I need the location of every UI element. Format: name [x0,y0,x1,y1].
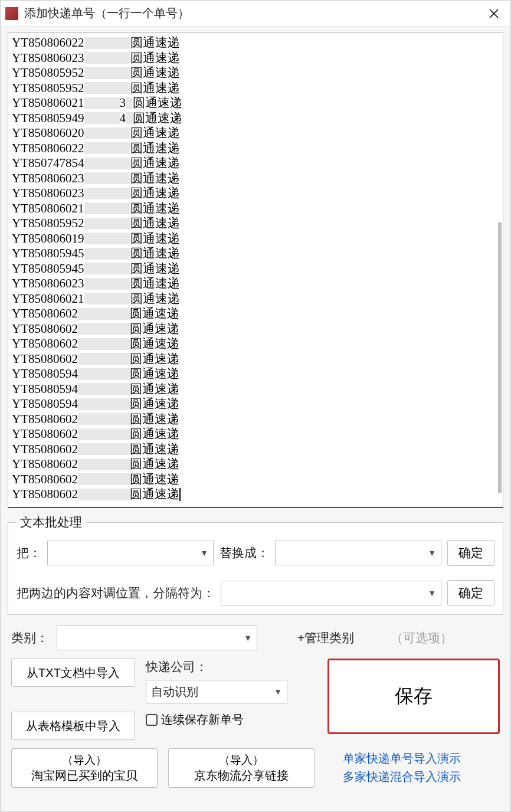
tracking-prefix: YT850805952 [12,81,84,96]
carrier-name: 圆通速递 [130,366,179,382]
tracking-row: YT850806022圆通速递 [12,141,499,156]
import-taobao-top: （导入） [62,752,107,768]
carrier-name: 圆通速递 [130,186,180,201]
tracking-row: YT85080602圆通速递 [12,352,499,367]
tracking-prefix: YT85080602 [12,487,78,502]
carrier-name: 圆通速递 [130,216,180,231]
carrier-name: 圆通速递 [130,442,179,457]
continuous-save-row: 连续保存新单号 [146,712,317,728]
redacted-segment [78,368,130,380]
text-caret [179,488,181,501]
import-template-button[interactable]: 从表格模板中导入 [11,712,135,740]
tracking-row: YT85080602圆通速递 [12,427,499,442]
courier-selected: 自动识别 [151,684,274,700]
replace-from-combo[interactable]: ▼ [47,541,214,565]
carrier-name: 圆通速递 [130,306,179,322]
tracking-row: YT85080594圆通速递 [12,397,499,412]
carrier-name: 圆通速递 [130,397,179,412]
redacted-segment [84,52,130,64]
import-taobao-bottom: 淘宝网已买到的宝贝 [31,768,137,784]
save-button[interactable]: 保存 [327,659,500,734]
tracking-row: YT85080602圆通速递 [12,336,499,352]
redacted-segment [78,338,130,350]
carrier-name: 圆通速递 [130,412,179,427]
carrier-name: 圆通速递 [130,427,179,442]
tracking-row: YT850747854圆通速递 [12,156,499,171]
redacted-segment [84,278,130,290]
tracking-textarea[interactable]: YT850806022圆通速递YT850806023圆通速递YT85080595… [8,32,503,508]
tracking-tail-digit: 4 [120,111,126,126]
tracking-row: YT850806023圆通速递 [12,171,499,186]
redacted-segment [78,459,130,470]
carrier-name: 圆通速递 [130,126,180,141]
tracking-row: YT850806023圆通速递 [12,276,499,292]
replace-from-label: 把： [17,545,41,561]
import-jd-top: （导入） [219,752,264,768]
redacted-segment [84,37,130,49]
redacted-segment [78,428,130,440]
tracking-prefix: YT850806023 [12,186,84,201]
swap-confirm-button[interactable]: 确定 [447,580,494,606]
carrier-name: 圆通速递 [130,276,180,292]
redacted-segment [84,248,130,260]
tracking-tail-digit: 3 [120,96,126,111]
redacted-segment [78,383,130,395]
import-txt-button[interactable]: 从TXT文档中导入 [11,659,135,687]
scrollbar[interactable] [498,222,502,493]
swap-delimiter-combo[interactable]: ▼ [221,581,441,605]
replace-confirm-button[interactable]: 确定 [447,540,494,566]
tracking-prefix: YT850805945 [12,261,84,277]
tracking-prefix: YT85080594 [12,366,78,382]
dialog-window: 添加快递单号（一行一个单号） YT850806022圆通速递YT85080602… [0,0,511,812]
redacted-segment [84,202,130,214]
courier-combo[interactable]: 自动识别 ▼ [146,680,287,703]
carrier-name: 圆通速递 [130,322,179,337]
batch-legend: 文本批处理 [17,514,86,531]
demo-links: 单家快递单号导入演示 多家快递混合导入演示 [325,748,500,788]
carrier-name: 圆通速递 [130,457,179,472]
tracking-prefix: YT85080602 [12,472,78,487]
tracking-row: YT85080594圆通速递 [12,366,499,382]
carrier-name: 圆通速递 [130,81,180,96]
redacted-segment [84,67,130,79]
redacted-segment [84,127,130,139]
tracking-prefix: YT850747854 [12,156,84,171]
chevron-down-icon: ▼ [428,548,436,558]
tracking-prefix: YT850806021 [12,96,84,111]
tracking-prefix: YT850806020 [12,126,84,141]
chevron-down-icon: ▼ [200,548,208,558]
optional-hint: （可选项） [391,630,453,646]
tracking-prefix: YT850805952 [12,66,84,81]
redacted-segment [84,218,130,230]
import-taobao-button[interactable]: （导入） 淘宝网已买到的宝贝 [11,748,158,788]
carrier-name: 圆通速递 [130,352,179,367]
close-icon [489,8,499,19]
batch-group: 文本批处理 把： ▼ 替换成： ▼ 确定 把两边的内容对调位置，分隔符为： ▼ … [8,514,503,615]
redacted-segment [84,158,130,169]
tracking-prefix: YT850806022 [12,35,84,51]
redacted-segment [78,443,130,455]
close-button[interactable] [481,2,507,25]
tracking-prefix: YT850806022 [12,141,84,156]
tracking-prefix: YT850806021 [12,201,84,217]
demo-single-link[interactable]: 单家快递单号导入演示 [343,751,500,767]
redacted-segment [84,233,130,244]
tracking-row: YT850805945圆通速递 [12,261,499,277]
tracking-row: YT850805945圆通速递 [12,246,499,261]
tracking-prefix: YT85080602 [12,412,78,427]
carrier-name: 圆通速递 [130,141,180,156]
continuous-save-checkbox[interactable] [146,714,158,726]
import-jd-button[interactable]: （导入） 京东物流分享链接 [168,748,315,788]
chevron-down-icon: ▼ [274,687,282,696]
redacted-segment [126,97,133,109]
redacted-segment [78,353,130,365]
replace-to-combo[interactable]: ▼ [275,541,441,565]
replace-to-label: 替换成： [220,545,269,561]
category-combo[interactable]: ▼ [57,626,257,650]
redacted-segment [84,293,130,304]
carrier-name: 圆通速递 [130,246,180,261]
demo-multi-link[interactable]: 多家快递混合导入演示 [343,769,500,785]
manage-category-link[interactable]: +管理类别 [297,630,354,646]
tracking-prefix: YT850805945 [12,246,84,261]
titlebar: 添加快递单号（一行一个单号） [1,1,510,27]
